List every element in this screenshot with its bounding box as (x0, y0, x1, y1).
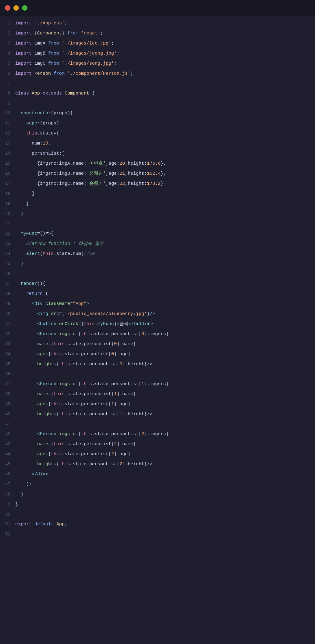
line-content: } (15, 490, 314, 499)
line-number: 1 (1, 18, 15, 28)
line-number: 22 (1, 229, 15, 238)
line-number: 46 (1, 469, 15, 479)
maximize-button[interactable] (22, 5, 27, 11)
line-number: 51 (1, 519, 15, 529)
line-number: 3 (1, 38, 15, 48)
line-content: name={this.state.personList[2].name} (15, 439, 314, 449)
line-33: 33 name={this.state.personList[0].name} (0, 339, 315, 349)
line-number: 29 (1, 299, 15, 309)
line-number: 38 (1, 389, 15, 399)
line-number: 45 (1, 459, 15, 469)
line-number: 44 (1, 449, 15, 459)
line-number: 21 (1, 219, 15, 229)
line-content: super(props) (15, 119, 314, 128)
close-button[interactable] (5, 5, 10, 11)
line-content: myFunc=()=>{ (15, 229, 314, 239)
line-number: 17 (1, 179, 15, 188)
line-number: 40 (1, 409, 15, 419)
line-number: 19 (1, 199, 15, 209)
line-number: 34 (1, 349, 15, 359)
line-number: 6 (1, 69, 15, 78)
line-content: } (15, 259, 314, 269)
line-2: 2 import {Component} from 'react'; (0, 28, 315, 38)
line-27: 27 render(){ (0, 279, 315, 289)
line-content: alert(this.state.num)//10 (15, 249, 314, 259)
line-number: 14 (1, 148, 15, 158)
line-number: 20 (1, 209, 15, 219)
line-24: 24 alert(this.state.num)//10 (0, 249, 315, 259)
line-content: num:10, (15, 139, 314, 148)
line-3: 3 import imgA from './images/lee.jpg'; (0, 38, 315, 48)
line-content: render(){ (15, 279, 314, 289)
line-11: 11 super(props) (0, 118, 315, 128)
line-content: <img src={'/public_assets/blueberry.jpg'… (15, 309, 314, 319)
line-number: 49 (1, 499, 15, 509)
line-number: 33 (1, 339, 15, 349)
line-number: 5 (1, 59, 15, 68)
line-39: 39 age={this.state.personList[1].age} (0, 399, 315, 409)
line-number: 41 (1, 419, 15, 429)
line-9: 9 (0, 98, 315, 108)
line-content: name={this.state.personList[1].name} (15, 389, 314, 399)
line-36: 36 (0, 369, 315, 379)
line-number: 25 (1, 259, 15, 269)
line-content: ); (15, 480, 314, 489)
line-18: 18 ] (0, 189, 315, 199)
line-number: 47 (1, 479, 15, 489)
line-49: 49 } (0, 499, 315, 510)
line-6: 6 import Person from './component/Person… (0, 69, 315, 79)
line-content: import imgB from './images/jeong.jpg'; (15, 49, 314, 59)
line-content: {imgsrc:imgA,name:'이민호',age:20,height:17… (15, 159, 314, 169)
line-number: 13 (1, 138, 15, 148)
line-content: height={this.state.personList[1].height}… (15, 410, 314, 419)
line-content: import './App.css'; (15, 19, 314, 28)
line-number: 30 (1, 309, 15, 319)
line-content: return ( (15, 289, 314, 299)
line-25: 25 } (0, 259, 315, 269)
minimize-button[interactable] (13, 5, 19, 11)
line-number: 16 (1, 169, 15, 178)
line-content: personList:[ (15, 149, 314, 159)
line-content: </div> (15, 470, 314, 479)
line-number: 2 (1, 28, 15, 38)
line-content: } (15, 199, 314, 209)
line-content: import Person from './component/Person.j… (15, 69, 314, 79)
line-number: 15 (1, 159, 15, 168)
line-52: 52 (0, 529, 315, 539)
line-content: {imgsrc:imgB,name:'정채연',age:21,height:16… (15, 169, 314, 179)
line-number: 35 (1, 359, 15, 369)
line-content: height={this.state.personList[2].height}… (15, 460, 314, 469)
line-number: 27 (1, 279, 15, 288)
line-number: 42 (1, 429, 15, 439)
line-number: 50 (1, 510, 15, 519)
line-number: 18 (1, 189, 15, 199)
line-22: 22 myFunc=()=>{ (0, 229, 315, 239)
line-17: 17 {imgsrc:imgC,name:'송중기',age:22,height… (0, 179, 315, 189)
line-37: 37 <Person imgsrc={this.state.personList… (0, 379, 315, 389)
line-content: import imgC from './images/song.jpg'; (15, 59, 314, 69)
line-number: 37 (1, 379, 15, 389)
line-13: 13 num:10, (0, 138, 315, 148)
line-content: age={this.state.personList[2].age} (15, 449, 314, 459)
line-14: 14 personList:[ (0, 148, 315, 159)
line-content: <Person imgsrc={this.state.personList[2]… (15, 429, 314, 439)
line-number: 39 (1, 399, 15, 409)
line-content: <div className="App"> (15, 299, 314, 309)
line-50: 50 (0, 510, 315, 519)
line-content: age={this.state.personList[0].age} (15, 349, 314, 359)
line-content: <Person imgsrc={this.state.personList[1]… (15, 379, 314, 389)
line-12: 12 this.state={ (0, 128, 315, 138)
line-46: 46 </div> (0, 469, 315, 479)
line-number: 12 (1, 128, 15, 138)
line-7: 7 (0, 79, 315, 88)
line-26: 26 (0, 269, 315, 279)
code-editor: 1 import './App.css'; 2 import {Componen… (0, 16, 315, 644)
line-number: 10 (1, 108, 15, 118)
line-1: 1 import './App.css'; (0, 18, 315, 28)
line-number: 43 (1, 439, 15, 449)
line-38: 38 name={this.state.personList[1].name} (0, 389, 315, 399)
line-16: 16 {imgsrc:imgB,name:'정채연',age:21,height… (0, 169, 315, 179)
line-number: 28 (1, 289, 15, 299)
line-content: <button onClick={this.myFunc}>클릭</button… (15, 319, 314, 329)
line-content: } (15, 209, 314, 219)
